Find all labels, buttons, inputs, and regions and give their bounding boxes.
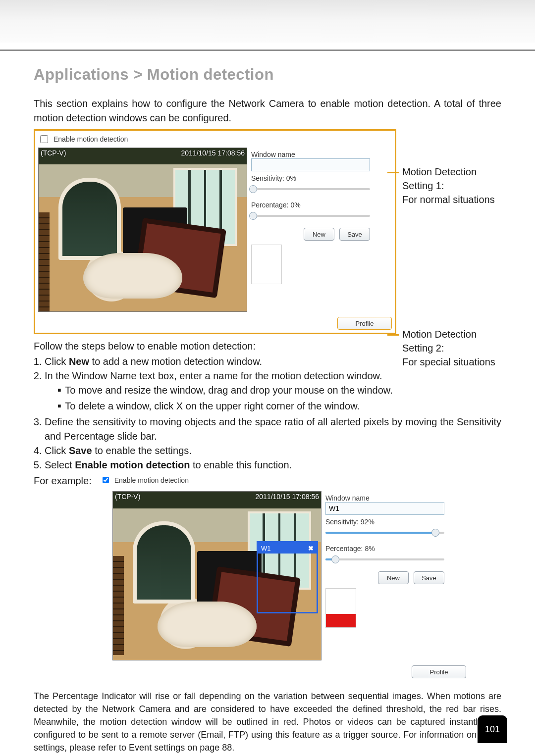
annotation-setting-2: Motion Detection Setting 2: For special … [402, 327, 501, 369]
detection-window-close-icon[interactable]: ✖ [308, 545, 314, 552]
profile-button[interactable]: Profile [337, 317, 392, 330]
motion-indicator-2 [325, 588, 356, 628]
enable-motion-label: Enable motion detection [54, 135, 128, 143]
motion-panel-2: (TCP-V) 2011/10/15 17:08:56 W1 ✖ Window … [108, 490, 471, 683]
enable-motion-checkbox-example[interactable] [103, 477, 109, 483]
step-2: In the Window Name text box, enter a nam… [45, 369, 501, 415]
sensitivity-slider-2[interactable] [325, 528, 444, 538]
steps-list: Click New to add a new motion detection … [34, 354, 501, 472]
detection-window[interactable]: W1 ✖ [257, 541, 318, 613]
motion-indicator [251, 245, 282, 284]
new-button-2[interactable]: New [378, 571, 409, 584]
step-3: Define the sensitivity to moving objects… [45, 415, 501, 444]
header-gradient [0, 0, 535, 43]
save-button[interactable]: Save [339, 228, 370, 241]
header-rule [0, 50, 535, 51]
percentage-slider[interactable] [251, 211, 370, 221]
window-name-label: Window name [251, 151, 370, 158]
closing-paragraph: The Percentage Indicator will rise or fa… [34, 690, 501, 754]
percentage-slider-2[interactable] [325, 554, 444, 564]
window-name-label-2: Window name [325, 494, 444, 502]
window-name-input-2[interactable] [325, 502, 444, 515]
percentage-label: Percentage: 0% [251, 201, 370, 209]
profile-button-2[interactable]: Profile [412, 665, 466, 678]
step-2-sub-1: To move and resize the window, drag and … [57, 385, 393, 396]
camera-name-overlay: (TCP-V) [41, 149, 66, 157]
camera-preview[interactable]: (TCP-V) 2011/10/15 17:08:56 [38, 148, 247, 312]
enable-motion-checkbox[interactable] [40, 135, 48, 143]
enable-motion-label-example: Enable motion detection [114, 476, 189, 484]
enable-row: Enable motion detection [35, 131, 395, 148]
window-name-input[interactable] [251, 158, 370, 171]
camera-preview-example[interactable]: (TCP-V) 2011/10/15 17:08:56 W1 ✖ [112, 491, 321, 660]
step-5: Select Enable motion detection to enable… [45, 458, 501, 472]
step-4: Click Save to enable the settings. [45, 444, 501, 458]
sensitivity-slider[interactable] [251, 184, 370, 194]
save-button-2[interactable]: Save [414, 571, 444, 584]
detection-window-label: W1 [261, 545, 271, 552]
annotation-setting-1: Motion Detection Setting 1: For normal s… [402, 165, 501, 206]
camera-timestamp-overlay-2: 2011/10/15 17:08:56 [256, 493, 319, 501]
for-example-label: For example: [34, 475, 92, 487]
page-number: 101 [478, 715, 507, 743]
camera-timestamp-overlay: 2011/10/15 17:08:56 [181, 149, 245, 157]
page-title: Applications > Motion detection [34, 66, 501, 84]
intro-paragraph: This section explains how to configure t… [34, 97, 501, 125]
sensitivity-label: Sensitivity: 0% [251, 174, 370, 182]
sensitivity-label-2: Sensitivity: 92% [325, 518, 444, 526]
percentage-label-2: Percentage: 8% [325, 545, 444, 553]
step-2-sub-2: To delete a window, click X on the upper… [57, 401, 360, 411]
enable-row-example: Enable motion detection [101, 475, 189, 485]
new-button[interactable]: New [304, 228, 334, 241]
motion-panel-1: Enable motion detection (TCP-V) 2011/10/… [34, 129, 396, 334]
camera-name-overlay-2: (TCP-V) [115, 493, 140, 501]
